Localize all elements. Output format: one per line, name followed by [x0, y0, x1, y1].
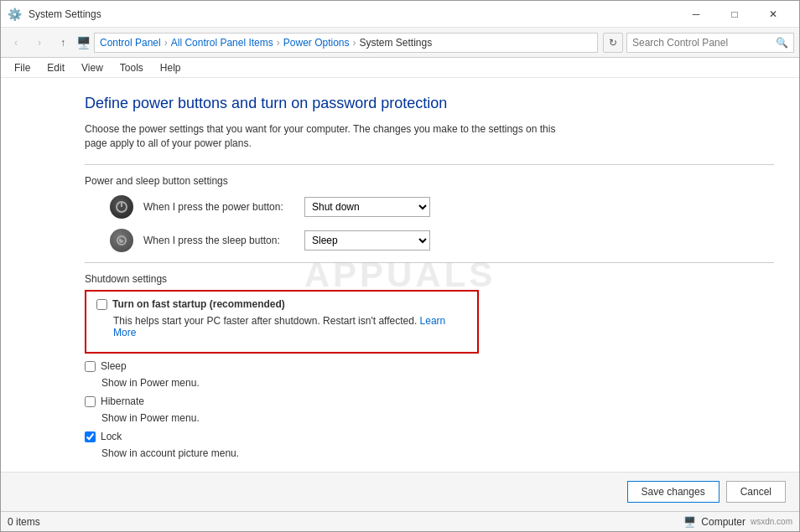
- page-desc: Choose the power settings that you want …: [85, 122, 571, 151]
- sleep-button-dropdown[interactable]: Do nothing Sleep Hibernate Shut down: [304, 230, 430, 251]
- search-bar: 🔍: [626, 33, 794, 53]
- power-button-row: When I press the power button: Do nothin…: [85, 195, 774, 219]
- sleep-section: Sleep Show in Power menu.: [85, 360, 774, 389]
- power-sleep-section-label: Power and sleep button settings: [85, 175, 774, 187]
- home-icon: 🖥️: [76, 36, 91, 49]
- title-bar-left: ⚙️ System Settings: [8, 8, 101, 21]
- divider-2: [85, 262, 774, 263]
- fast-startup-desc-text: This helps start your PC faster after sh…: [113, 315, 417, 327]
- search-icon: 🔍: [776, 37, 788, 49]
- lock-checkbox[interactable]: [85, 431, 96, 442]
- fast-startup-desc: This helps start your PC faster after sh…: [113, 315, 467, 338]
- menu-file[interactable]: File: [8, 60, 37, 75]
- sleep-button-label: When I press the sleep button:: [143, 235, 294, 246]
- menu-tools[interactable]: Tools: [113, 60, 150, 75]
- menu-edit[interactable]: Edit: [40, 60, 71, 75]
- hibernate-desc: Show in Power menu.: [101, 412, 774, 424]
- window-title: System Settings: [29, 8, 101, 20]
- content-area: APPUALS Define power buttons and turn on…: [1, 78, 799, 472]
- save-changes-button[interactable]: Save changes: [627, 481, 719, 503]
- hibernate-checkbox-row: Hibernate: [85, 395, 774, 407]
- sleep-desc: Show in Power menu.: [101, 377, 774, 389]
- hibernate-checkbox[interactable]: [85, 396, 96, 407]
- lock-checkbox-label[interactable]: Lock: [101, 431, 122, 442]
- back-button[interactable]: ‹: [6, 33, 26, 53]
- status-watermark: wsxdn.com: [751, 517, 792, 526]
- breadcrumb-item-all[interactable]: All Control Panel Items: [171, 37, 273, 49]
- page-title: Define power buttons and turn on passwor…: [85, 95, 774, 112]
- window-icon: ⚙️: [8, 8, 22, 21]
- lock-checkbox-row: Lock: [85, 431, 774, 442]
- computer-icon: 🖥️: [683, 516, 696, 528]
- fast-startup-checkbox[interactable]: [96, 299, 107, 310]
- up-button[interactable]: ↑: [53, 33, 73, 53]
- breadcrumb-sep-2: ›: [277, 37, 280, 49]
- menu-view[interactable]: View: [75, 60, 110, 75]
- refresh-button[interactable]: ↻: [603, 33, 623, 53]
- shutdown-section: Shutdown settings Turn on fast startup (…: [85, 273, 774, 459]
- sleep-checkbox[interactable]: [85, 361, 96, 372]
- lock-desc: Show in account picture menu.: [101, 447, 774, 459]
- fast-startup-box: Turn on fast startup (recommended) This …: [85, 290, 479, 354]
- status-right: 🖥️ Computer wsxdn.com: [683, 516, 792, 528]
- shutdown-section-label: Shutdown settings: [85, 273, 774, 285]
- maximize-button[interactable]: □: [715, 1, 754, 28]
- breadcrumb-current: System Settings: [359, 37, 432, 49]
- address-bar: ‹ › ↑ 🖥️ Control Panel › All Control Pan…: [1, 28, 799, 58]
- menu-bar: File Edit View Tools Help: [1, 58, 799, 78]
- hibernate-section: Hibernate Show in Power menu.: [85, 395, 774, 424]
- menu-help[interactable]: Help: [153, 60, 188, 75]
- sleep-button-icon: [110, 229, 133, 252]
- search-input[interactable]: [632, 37, 776, 49]
- hibernate-checkbox-label[interactable]: Hibernate: [101, 395, 144, 407]
- title-bar: ⚙️ System Settings ─ □ ✕: [1, 1, 799, 28]
- breadcrumb-sep-1: ›: [164, 37, 168, 49]
- fast-startup-row: Turn on fast startup (recommended): [96, 298, 467, 310]
- divider-1: [85, 164, 774, 165]
- forward-button[interactable]: ›: [29, 33, 49, 53]
- cancel-button[interactable]: Cancel: [726, 481, 786, 503]
- minimize-button[interactable]: ─: [677, 1, 715, 28]
- power-button-icon: [110, 195, 133, 219]
- sleep-checkbox-label[interactable]: Sleep: [101, 360, 127, 372]
- status-computer: Computer: [701, 516, 745, 528]
- breadcrumb-sep-3: ›: [352, 37, 356, 49]
- lock-section: Lock Show in account picture menu.: [85, 431, 774, 459]
- power-svg-icon: [115, 200, 128, 214]
- bottom-buttons-bar: Save changes Cancel: [1, 472, 799, 511]
- sleep-svg-icon: [115, 234, 128, 247]
- power-button-label: When I press the power button:: [143, 201, 294, 213]
- close-button[interactable]: ✕: [754, 1, 792, 28]
- breadcrumb-item-cp[interactable]: Control Panel: [100, 37, 161, 49]
- sleep-checkbox-row: Sleep: [85, 360, 774, 372]
- breadcrumb-item-power[interactable]: Power Options: [283, 37, 350, 49]
- main-window: ⚙️ System Settings ─ □ ✕ ‹ › ↑ 🖥️ Contro…: [0, 0, 800, 532]
- sleep-button-row: When I press the sleep button: Do nothin…: [85, 229, 774, 252]
- fast-startup-label[interactable]: Turn on fast startup (recommended): [112, 298, 285, 310]
- status-items: 0 items: [8, 516, 40, 528]
- breadcrumb: Control Panel › All Control Panel Items …: [94, 33, 598, 53]
- window-controls: ─ □ ✕: [677, 1, 792, 28]
- status-bar: 0 items 🖥️ Computer wsxdn.com: [1, 511, 799, 531]
- power-button-dropdown[interactable]: Do nothing Sleep Hibernate Shut down Tur…: [304, 197, 430, 217]
